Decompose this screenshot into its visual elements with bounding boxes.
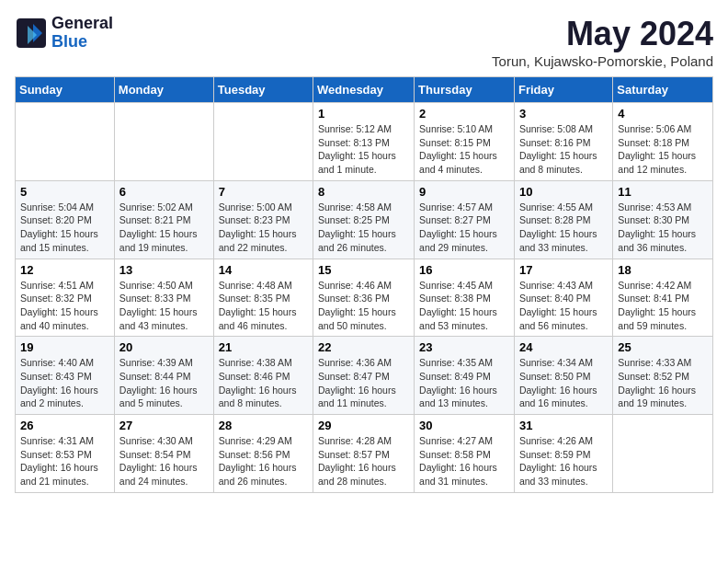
day-number: 19 [20, 340, 109, 354]
day-number: 29 [318, 419, 409, 432]
day-info: Sunrise: 4:36 AM Sunset: 8:47 PM Dayligh… [318, 356, 409, 410]
weekday-header-tuesday: Tuesday [213, 77, 313, 103]
day-number: 3 [519, 107, 608, 121]
title-area: May 2024 Torun, Kujawsko-Pomorskie, Pola… [492, 15, 713, 69]
day-info: Sunrise: 4:31 AM Sunset: 8:53 PM Dayligh… [20, 434, 109, 488]
weekday-header-row: SundayMondayTuesdayWednesdayThursdayFrid… [16, 77, 713, 103]
day-info: Sunrise: 4:42 AM Sunset: 8:41 PM Dayligh… [618, 279, 708, 333]
calendar-header: SundayMondayTuesdayWednesdayThursdayFrid… [16, 77, 713, 103]
day-number: 22 [318, 340, 409, 354]
weekday-header-monday: Monday [114, 77, 213, 103]
day-info: Sunrise: 4:30 AM Sunset: 8:54 PM Dayligh… [119, 434, 209, 488]
day-info: Sunrise: 4:38 AM Sunset: 8:46 PM Dayligh… [219, 356, 308, 410]
day-number: 20 [119, 340, 209, 354]
weekday-header-friday: Friday [514, 77, 612, 103]
calendar-day-23: 23Sunrise: 4:35 AM Sunset: 8:49 PM Dayli… [415, 337, 515, 415]
calendar-day-21: 21Sunrise: 4:38 AM Sunset: 8:46 PM Dayli… [213, 337, 313, 415]
day-number: 13 [119, 263, 209, 277]
day-info: Sunrise: 4:51 AM Sunset: 8:32 PM Dayligh… [20, 279, 109, 333]
day-info: Sunrise: 5:04 AM Sunset: 8:20 PM Dayligh… [20, 201, 109, 255]
calendar-day-18: 18Sunrise: 4:42 AM Sunset: 8:41 PM Dayli… [613, 259, 713, 337]
day-info: Sunrise: 4:57 AM Sunset: 8:27 PM Dayligh… [419, 201, 509, 255]
day-number: 31 [519, 419, 608, 432]
calendar-day-28: 28Sunrise: 4:29 AM Sunset: 8:56 PM Dayli… [213, 415, 313, 493]
day-number: 9 [419, 185, 509, 199]
day-info: Sunrise: 4:50 AM Sunset: 8:33 PM Dayligh… [119, 279, 209, 333]
logo-icon [15, 17, 48, 50]
weekday-header-saturday: Saturday [613, 77, 713, 103]
day-number: 12 [20, 263, 109, 277]
calendar-body: 1Sunrise: 5:12 AM Sunset: 8:13 PM Daylig… [16, 103, 713, 493]
calendar-day-24: 24Sunrise: 4:34 AM Sunset: 8:50 PM Dayli… [514, 337, 612, 415]
day-info: Sunrise: 4:45 AM Sunset: 8:38 PM Dayligh… [419, 279, 509, 333]
day-number: 7 [219, 185, 308, 199]
calendar-empty [613, 415, 713, 493]
calendar-day-30: 30Sunrise: 4:27 AM Sunset: 8:58 PM Dayli… [415, 415, 515, 493]
calendar-empty [114, 103, 213, 181]
day-number: 28 [219, 419, 308, 432]
day-number: 24 [519, 340, 608, 354]
calendar-week-5: 26Sunrise: 4:31 AM Sunset: 8:53 PM Dayli… [16, 415, 713, 493]
day-info: Sunrise: 5:08 AM Sunset: 8:16 PM Dayligh… [519, 122, 608, 177]
day-info: Sunrise: 4:28 AM Sunset: 8:57 PM Dayligh… [318, 434, 409, 488]
calendar-day-29: 29Sunrise: 4:28 AM Sunset: 8:57 PM Dayli… [313, 415, 415, 493]
day-number: 4 [618, 107, 708, 121]
day-number: 1 [318, 107, 409, 121]
day-info: Sunrise: 4:40 AM Sunset: 8:43 PM Dayligh… [20, 356, 109, 410]
day-info: Sunrise: 4:43 AM Sunset: 8:40 PM Dayligh… [519, 279, 608, 333]
calendar-day-5: 5Sunrise: 5:04 AM Sunset: 8:20 PM Daylig… [16, 180, 115, 259]
day-info: Sunrise: 5:02 AM Sunset: 8:21 PM Dayligh… [119, 201, 209, 255]
calendar-table: SundayMondayTuesdayWednesdayThursdayFrid… [15, 76, 713, 493]
day-info: Sunrise: 4:29 AM Sunset: 8:56 PM Dayligh… [219, 434, 308, 488]
calendar-day-27: 27Sunrise: 4:30 AM Sunset: 8:54 PM Dayli… [114, 415, 213, 493]
day-info: Sunrise: 5:06 AM Sunset: 8:18 PM Dayligh… [618, 122, 708, 177]
calendar-day-14: 14Sunrise: 4:48 AM Sunset: 8:35 PM Dayli… [213, 259, 313, 337]
calendar-day-13: 13Sunrise: 4:50 AM Sunset: 8:33 PM Dayli… [114, 259, 213, 337]
calendar-day-31: 31Sunrise: 4:26 AM Sunset: 8:59 PM Dayli… [514, 415, 612, 493]
day-info: Sunrise: 4:46 AM Sunset: 8:36 PM Dayligh… [318, 279, 409, 333]
day-number: 25 [618, 340, 708, 354]
day-info: Sunrise: 5:00 AM Sunset: 8:23 PM Dayligh… [219, 201, 308, 255]
calendar-day-3: 3Sunrise: 5:08 AM Sunset: 8:16 PM Daylig… [514, 103, 612, 181]
calendar-day-26: 26Sunrise: 4:31 AM Sunset: 8:53 PM Dayli… [16, 415, 115, 493]
weekday-header-wednesday: Wednesday [313, 77, 415, 103]
calendar-empty [16, 103, 115, 181]
calendar-day-16: 16Sunrise: 4:45 AM Sunset: 8:38 PM Dayli… [415, 259, 515, 337]
calendar-day-25: 25Sunrise: 4:33 AM Sunset: 8:52 PM Dayli… [613, 337, 713, 415]
day-info: Sunrise: 4:33 AM Sunset: 8:52 PM Dayligh… [618, 356, 708, 410]
calendar-day-7: 7Sunrise: 5:00 AM Sunset: 8:23 PM Daylig… [213, 180, 313, 259]
calendar-week-2: 5Sunrise: 5:04 AM Sunset: 8:20 PM Daylig… [16, 180, 713, 259]
calendar-day-19: 19Sunrise: 4:40 AM Sunset: 8:43 PM Dayli… [16, 337, 115, 415]
day-number: 26 [20, 419, 109, 432]
day-info: Sunrise: 4:35 AM Sunset: 8:49 PM Dayligh… [419, 356, 509, 410]
weekday-header-thursday: Thursday [415, 77, 515, 103]
weekday-header-sunday: Sunday [16, 77, 115, 103]
day-number: 17 [519, 263, 608, 277]
logo-blue: Blue [51, 33, 113, 52]
day-number: 16 [419, 263, 509, 277]
calendar-day-6: 6Sunrise: 5:02 AM Sunset: 8:21 PM Daylig… [114, 180, 213, 259]
calendar-empty [213, 103, 313, 181]
calendar-day-8: 8Sunrise: 4:58 AM Sunset: 8:25 PM Daylig… [313, 180, 415, 259]
day-info: Sunrise: 4:48 AM Sunset: 8:35 PM Dayligh… [219, 279, 308, 333]
calendar-day-11: 11Sunrise: 4:53 AM Sunset: 8:30 PM Dayli… [613, 180, 713, 259]
day-info: Sunrise: 4:27 AM Sunset: 8:58 PM Dayligh… [419, 434, 509, 488]
day-number: 23 [419, 340, 509, 354]
calendar-day-22: 22Sunrise: 4:36 AM Sunset: 8:47 PM Dayli… [313, 337, 415, 415]
day-number: 5 [20, 185, 109, 199]
calendar-week-3: 12Sunrise: 4:51 AM Sunset: 8:32 PM Dayli… [16, 259, 713, 337]
day-number: 30 [419, 419, 509, 432]
day-info: Sunrise: 4:55 AM Sunset: 8:28 PM Dayligh… [519, 201, 608, 255]
calendar-day-9: 9Sunrise: 4:57 AM Sunset: 8:27 PM Daylig… [415, 180, 515, 259]
location-subtitle: Torun, Kujawsko-Pomorskie, Poland [492, 53, 713, 69]
day-number: 10 [519, 185, 608, 199]
logo-text: General Blue [51, 15, 113, 52]
calendar-week-4: 19Sunrise: 4:40 AM Sunset: 8:43 PM Dayli… [16, 337, 713, 415]
calendar-day-2: 2Sunrise: 5:10 AM Sunset: 8:15 PM Daylig… [415, 103, 515, 181]
day-number: 2 [419, 107, 509, 121]
logo: General Blue [15, 15, 113, 52]
calendar-day-20: 20Sunrise: 4:39 AM Sunset: 8:44 PM Dayli… [114, 337, 213, 415]
month-title: May 2024 [492, 15, 713, 53]
day-number: 15 [318, 263, 409, 277]
day-number: 8 [318, 185, 409, 199]
